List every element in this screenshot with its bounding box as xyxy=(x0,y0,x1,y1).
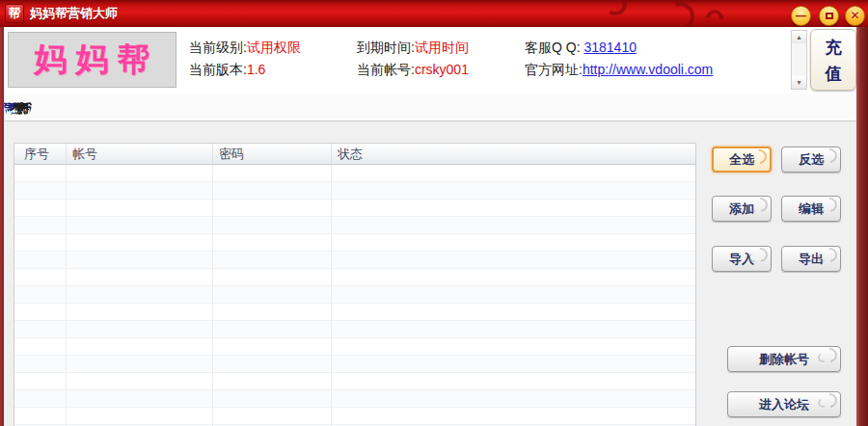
table-cell xyxy=(67,182,213,199)
table-row[interactable] xyxy=(14,286,695,304)
titlebar-swirl-ornament xyxy=(661,0,699,27)
table-cell xyxy=(14,304,67,320)
table-cell xyxy=(332,217,695,233)
table-cell xyxy=(67,373,213,389)
table-cell xyxy=(332,373,695,389)
app-logo: 妈妈帮 xyxy=(26,38,159,82)
table-row[interactable] xyxy=(14,234,695,252)
table-row[interactable] xyxy=(14,217,695,234)
table-cell xyxy=(213,338,332,355)
column-header[interactable]: 状态 xyxy=(332,144,695,164)
titlebar-swirl-ornament xyxy=(602,0,629,17)
delete-account-button[interactable]: 删除帐号 xyxy=(727,346,841,372)
table-cell xyxy=(14,252,67,268)
info-scrollbar[interactable]: ▲ ▼ xyxy=(791,30,807,90)
current-account-value: crsky001 xyxy=(415,62,469,77)
table-cell xyxy=(213,252,332,268)
license-info: 当前级别:试用权限 当前版本:1.6 xyxy=(189,37,301,81)
table-row[interactable] xyxy=(14,165,695,182)
main-panel: 序号帐号密码状态 全选 反选 添加 编辑 导入 导出 删除帐号 进入论坛 xyxy=(4,121,856,426)
table-row[interactable] xyxy=(14,373,695,390)
table-cell xyxy=(332,182,695,199)
scroll-up-icon[interactable]: ▲ xyxy=(792,31,806,43)
table-cell xyxy=(14,182,67,199)
table-row[interactable] xyxy=(14,269,695,286)
official-site-row: 官方网址:http://www.vdooli.com xyxy=(525,59,713,81)
invert-select-button[interactable]: 反选 xyxy=(781,146,841,173)
app-icon: 帮 xyxy=(5,4,24,23)
window-border-right xyxy=(856,27,868,426)
minimize-button[interactable]: — xyxy=(791,6,811,26)
table-cell xyxy=(332,252,695,268)
table-row[interactable] xyxy=(14,356,695,373)
current-level-row: 当前级别:试用权限 xyxy=(189,37,301,59)
table-cell xyxy=(213,408,332,424)
table-cell xyxy=(67,269,213,285)
table-row[interactable] xyxy=(14,338,695,356)
table-cell xyxy=(332,321,695,337)
header: 妈妈帮 当前级别:试用权限 当前版本:1.6 到期时间:试用时间 当前帐号:cr… xyxy=(4,27,856,93)
recharge-button[interactable]: 充值 xyxy=(810,29,856,91)
titlebar-swirl-ornament xyxy=(702,6,726,27)
table-cell xyxy=(213,234,332,251)
table-cell xyxy=(213,165,332,181)
scroll-down-icon[interactable]: ▼ xyxy=(792,76,806,89)
table-cell xyxy=(332,338,695,355)
table-cell xyxy=(332,356,695,372)
table-cell xyxy=(332,234,695,251)
select-all-button[interactable]: 全选 xyxy=(712,146,772,173)
table-cell xyxy=(213,304,332,320)
table-cell xyxy=(213,321,332,337)
table-cell xyxy=(67,200,213,216)
table-cell xyxy=(67,304,213,320)
table-row[interactable] xyxy=(14,304,695,321)
table-cell xyxy=(213,286,332,303)
table-row[interactable] xyxy=(14,200,695,217)
enter-forum-button[interactable]: 进入论坛 xyxy=(727,391,841,417)
table-cell xyxy=(14,217,67,233)
table-row[interactable] xyxy=(14,408,695,425)
window-border-left xyxy=(0,27,4,426)
tab-bar: 帐号管理上传头像内容管理版块管理发贴跟贴顶贴私信工作日志生成图片系统设置 xyxy=(4,93,856,121)
import-button[interactable]: 导入 xyxy=(712,246,772,272)
table-row[interactable] xyxy=(14,321,695,338)
table-cell xyxy=(213,356,332,372)
edit-button[interactable]: 编辑 xyxy=(781,196,841,222)
maximize-icon xyxy=(826,13,833,19)
column-header[interactable]: 序号 xyxy=(14,144,67,164)
table-cell xyxy=(213,217,332,233)
contact-info: 客服Q Q: 3181410 官方网址:http://www.vdooli.co… xyxy=(525,37,713,81)
close-button[interactable]: ✕ xyxy=(845,6,865,26)
account-table[interactable]: 序号帐号密码状态 xyxy=(14,143,696,426)
service-qq-row: 客服Q Q: 3181410 xyxy=(525,37,713,59)
column-header[interactable]: 帐号 xyxy=(67,144,213,164)
service-qq-link[interactable]: 3181410 xyxy=(583,40,637,55)
table-cell xyxy=(67,390,213,407)
window-title: 妈妈帮营销大师 xyxy=(30,0,118,27)
table-cell xyxy=(332,269,695,285)
maximize-button[interactable] xyxy=(819,6,839,26)
table-cell xyxy=(14,356,67,372)
logo-box: 妈妈帮 xyxy=(8,32,176,88)
recharge-label-char: 充 xyxy=(811,35,855,61)
table-cell xyxy=(67,252,213,268)
expire-time-value: 试用时间 xyxy=(415,40,469,55)
table-row[interactable] xyxy=(14,182,695,200)
current-version-row: 当前版本:1.6 xyxy=(189,59,301,81)
add-button[interactable]: 添加 xyxy=(712,196,772,222)
export-button[interactable]: 导出 xyxy=(781,246,841,272)
table-row[interactable] xyxy=(14,390,695,408)
table-row[interactable] xyxy=(14,252,695,269)
table-cell xyxy=(14,200,67,216)
titlebar: 帮 妈妈帮营销大师 — ✕ xyxy=(0,0,868,27)
official-site-link[interactable]: http://www.vdooli.com xyxy=(583,62,713,77)
table-cell xyxy=(14,269,67,285)
table-cell xyxy=(67,165,213,181)
table-cell xyxy=(332,408,695,424)
table-cell xyxy=(332,390,695,407)
column-header[interactable]: 密码 xyxy=(213,144,332,164)
account-info: 到期时间:试用时间 当前帐号:crsky001 xyxy=(357,37,469,81)
current-account-row: 当前帐号:crsky001 xyxy=(357,59,469,81)
table-cell xyxy=(14,165,67,181)
table-cell xyxy=(14,408,67,424)
